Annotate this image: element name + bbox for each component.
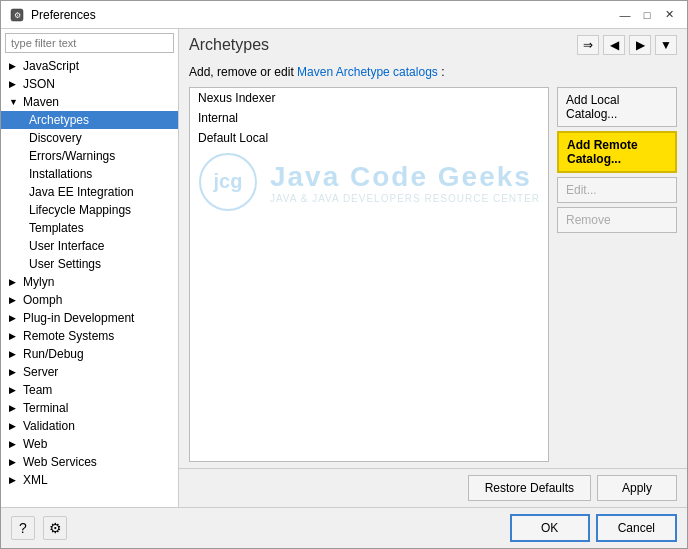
sidebar-item-mylyn[interactable]: ▶ Mylyn — [1, 273, 178, 291]
description-prefix: Add, remove or edit — [189, 65, 294, 79]
sidebar-item-remote-systems[interactable]: ▶ Remote Systems — [1, 327, 178, 345]
sidebar-item-lifecycle[interactable]: Lifecycle Mappings — [1, 201, 178, 219]
footer-bar: ? ⚙ OK Cancel — [1, 507, 687, 548]
sidebar-item-errors-warnings[interactable]: Errors/Warnings — [1, 147, 178, 165]
sidebar-label-user-interface: User Interface — [29, 239, 104, 253]
settings-icon-button[interactable]: ⚙ — [43, 516, 67, 540]
svg-text:jcg: jcg — [212, 170, 242, 192]
sidebar-label-java-ee: Java EE Integration — [29, 185, 134, 199]
sidebar-label-remote-systems: Remote Systems — [23, 329, 114, 343]
sidebar-label-discovery: Discovery — [29, 131, 82, 145]
minimize-button[interactable]: — — [615, 7, 635, 23]
sidebar-item-archetypes[interactable]: Archetypes — [1, 111, 178, 129]
catalog-list[interactable]: Nexus Indexer Internal Default Local — [189, 87, 549, 462]
settings-icon: ⚙ — [49, 520, 62, 536]
expand-arrow-web-services: ▶ — [9, 457, 21, 467]
expand-arrow-run-debug: ▶ — [9, 349, 21, 359]
watermark-brand: Java Code Geeks — [270, 161, 540, 193]
sidebar-item-run-debug[interactable]: ▶ Run/Debug — [1, 345, 178, 363]
sidebar-item-installations[interactable]: Installations — [1, 165, 178, 183]
sidebar-item-json[interactable]: ▶ JSON — [1, 75, 178, 93]
sidebar-label-run-debug: Run/Debug — [23, 347, 84, 361]
bottom-bar: Restore Defaults Apply — [179, 468, 687, 507]
sidebar-label-templates: Templates — [29, 221, 84, 235]
content-header: Archetypes ⇒ ◀ ▶ ▼ — [179, 29, 687, 59]
sidebar-item-xml[interactable]: ▶ XML — [1, 471, 178, 489]
sidebar-item-plugin-dev[interactable]: ▶ Plug-in Development — [1, 309, 178, 327]
catalog-label-nexus: Nexus Indexer — [198, 91, 275, 105]
nav-next-button[interactable]: ▶ — [629, 35, 651, 55]
catalog-label-internal: Internal — [198, 111, 238, 125]
nav-back-button[interactable]: ◀ — [603, 35, 625, 55]
add-local-catalog-button[interactable]: Add Local Catalog... — [557, 87, 677, 127]
sidebar-item-web[interactable]: ▶ Web — [1, 435, 178, 453]
filter-input[interactable] — [5, 33, 174, 53]
sidebar-item-maven[interactable]: ▼ Maven — [1, 93, 178, 111]
expand-arrow-oomph: ▶ — [9, 295, 21, 305]
restore-defaults-button[interactable]: Restore Defaults — [468, 475, 591, 501]
remove-button[interactable]: Remove — [557, 207, 677, 233]
catalog-item-internal[interactable]: Internal — [190, 108, 548, 128]
sidebar-item-user-settings[interactable]: User Settings — [1, 255, 178, 273]
sidebar-label-maven: Maven — [23, 95, 59, 109]
help-button[interactable]: ? — [11, 516, 35, 540]
preferences-window: ⚙ Preferences — □ ✕ ▶ JavaScript ▶ JSON — [0, 0, 688, 549]
catalog-item-default-local[interactable]: Default Local — [190, 128, 548, 148]
sidebar-label-errors-warnings: Errors/Warnings — [29, 149, 115, 163]
sidebar-item-terminal[interactable]: ▶ Terminal — [1, 399, 178, 417]
sidebar-item-team[interactable]: ▶ Team — [1, 381, 178, 399]
expand-arrow-json: ▶ — [9, 79, 21, 89]
window-icon: ⚙ — [9, 7, 25, 23]
page-title: Archetypes — [189, 36, 269, 54]
footer-right: OK Cancel — [510, 514, 677, 542]
nav-forward-button[interactable]: ⇒ — [577, 35, 599, 55]
apply-button[interactable]: Apply — [597, 475, 677, 501]
sidebar-label-terminal: Terminal — [23, 401, 68, 415]
sidebar-label-installations: Installations — [29, 167, 92, 181]
watermark-content: jcg Java Code Geeks Java & Java Develope… — [198, 152, 540, 212]
footer-left: ? ⚙ — [11, 516, 67, 540]
sidebar-item-oomph[interactable]: ▶ Oomph — [1, 291, 178, 309]
sidebar-label-json: JSON — [23, 77, 55, 91]
content-body: Add, remove or edit Maven Archetype cata… — [179, 59, 687, 468]
sidebar-item-server[interactable]: ▶ Server — [1, 363, 178, 381]
sidebar-label-xml: XML — [23, 473, 48, 487]
sidebar-item-java-ee[interactable]: Java EE Integration — [1, 183, 178, 201]
expand-arrow-plugin-dev: ▶ — [9, 313, 21, 323]
expand-arrow-javascript: ▶ — [9, 61, 21, 71]
catalog-link[interactable]: Maven Archetype catalogs — [297, 65, 438, 79]
window-controls: — □ ✕ — [615, 7, 679, 23]
catalog-label-default-local: Default Local — [198, 131, 268, 145]
expand-arrow-xml: ▶ — [9, 475, 21, 485]
description-text: Add, remove or edit Maven Archetype cata… — [189, 65, 677, 79]
sidebar-label-lifecycle: Lifecycle Mappings — [29, 203, 131, 217]
edit-button[interactable]: Edit... — [557, 177, 677, 203]
cancel-button[interactable]: Cancel — [596, 514, 677, 542]
add-remote-catalog-button[interactable]: Add Remote Catalog... — [557, 131, 677, 173]
sidebar-item-templates[interactable]: Templates — [1, 219, 178, 237]
expand-arrow-maven: ▼ — [9, 97, 21, 107]
sidebar-label-server: Server — [23, 365, 58, 379]
sidebar-label-validation: Validation — [23, 419, 75, 433]
watermark-sub: Java & Java Developers Resource Center — [270, 193, 540, 204]
nav-dropdown-button[interactable]: ▼ — [655, 35, 677, 55]
sidebar-item-web-services[interactable]: ▶ Web Services — [1, 453, 178, 471]
catalog-item-nexus[interactable]: Nexus Indexer — [190, 88, 548, 108]
maximize-button[interactable]: □ — [637, 7, 657, 23]
sidebar-item-user-interface[interactable]: User Interface — [1, 237, 178, 255]
watermark-text-block: Java Code Geeks Java & Java Developers R… — [270, 161, 540, 204]
expand-arrow-web: ▶ — [9, 439, 21, 449]
sidebar-item-discovery[interactable]: Discovery — [1, 129, 178, 147]
sidebar-item-javascript[interactable]: ▶ JavaScript — [1, 57, 178, 75]
expand-arrow-mylyn: ▶ — [9, 277, 21, 287]
expand-arrow-remote-systems: ▶ — [9, 331, 21, 341]
close-button[interactable]: ✕ — [659, 7, 679, 23]
buttons-panel: Add Local Catalog... Add Remote Catalog.… — [557, 87, 677, 462]
sidebar-item-validation[interactable]: ▶ Validation — [1, 417, 178, 435]
sidebar-label-plugin-dev: Plug-in Development — [23, 311, 134, 325]
tree-container: ▶ JavaScript ▶ JSON ▼ Maven Archetypes — [1, 57, 178, 507]
watermark-area: jcg Java Code Geeks Java & Java Develope… — [190, 152, 548, 212]
help-icon: ? — [19, 520, 27, 536]
ok-button[interactable]: OK — [510, 514, 590, 542]
sidebar-label-web: Web — [23, 437, 47, 451]
